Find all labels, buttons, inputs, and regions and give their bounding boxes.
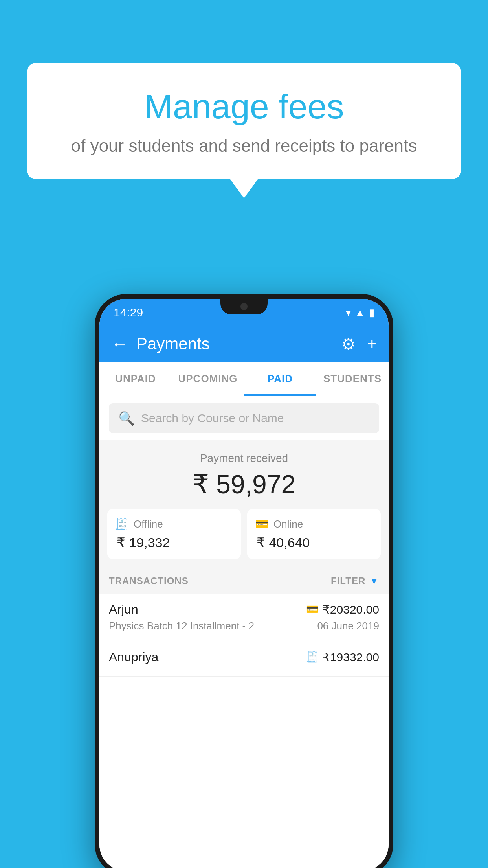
- transaction-top: Arjun 💳 ₹20320.00: [109, 602, 379, 617]
- phone-screen: 14:29 ▾ ▲ ▮ ← Payments ⚙ + UNPAID: [99, 299, 389, 868]
- online-label: Online: [273, 518, 303, 530]
- status-icons: ▾ ▲ ▮: [346, 307, 374, 319]
- offline-label: Offline: [134, 518, 163, 530]
- transaction-list: Arjun 💳 ₹20320.00 Physics Batch 12 Insta…: [99, 594, 389, 868]
- tab-upcoming[interactable]: UPCOMING: [172, 362, 244, 396]
- table-row[interactable]: Anupriya 🧾 ₹19332.00: [99, 641, 389, 677]
- tab-paid[interactable]: PAID: [244, 362, 316, 396]
- settings-button[interactable]: ⚙: [341, 335, 356, 354]
- online-payment-icon: 💳: [306, 603, 319, 616]
- transaction-course: Physics Batch 12 Installment - 2: [109, 620, 254, 632]
- tab-unpaid[interactable]: UNPAID: [99, 362, 172, 396]
- transaction-name: Anupriya: [109, 650, 158, 664]
- offline-card-header: 🧾 Offline: [115, 518, 233, 531]
- bubble-subtitle: of your students and send receipts to pa…: [58, 136, 430, 156]
- online-card-header: 💳 Online: [255, 518, 373, 531]
- filter-label: FILTER: [331, 576, 365, 587]
- tabs-bar: UNPAID UPCOMING PAID STUDENTS: [99, 362, 389, 396]
- online-card: 💳 Online ₹ 40,640: [247, 509, 381, 559]
- search-box[interactable]: 🔍 Search by Course or Name: [109, 403, 379, 433]
- payment-summary: Payment received ₹ 59,972 🧾 Offline ₹ 19…: [99, 440, 389, 568]
- signal-icon: ▲: [355, 307, 365, 319]
- app-bar-title: Payments: [136, 335, 341, 353]
- transactions-label: TRANSACTIONS: [109, 576, 189, 587]
- table-row[interactable]: Arjun 💳 ₹20320.00 Physics Batch 12 Insta…: [99, 594, 389, 641]
- search-container: 🔍 Search by Course or Name: [99, 396, 389, 440]
- transaction-amount-wrap: 💳 ₹20320.00: [306, 603, 379, 616]
- bubble-title: Manage fees: [58, 86, 430, 127]
- transaction-amount: ₹20320.00: [323, 603, 379, 616]
- online-amount: ₹ 40,640: [255, 535, 373, 550]
- transaction-date: 06 June 2019: [317, 620, 379, 632]
- transaction-amount: ₹19332.00: [323, 650, 379, 664]
- offline-icon: 🧾: [115, 518, 129, 531]
- search-input[interactable]: Search by Course or Name: [141, 412, 284, 425]
- battery-icon: ▮: [369, 307, 374, 319]
- payment-cards: 🧾 Offline ₹ 19,332 💳 Online ₹ 40,640: [107, 509, 381, 559]
- phone-notch: [220, 299, 268, 314]
- app-bar: ← Payments ⚙ +: [99, 326, 389, 362]
- back-button[interactable]: ←: [111, 334, 128, 354]
- wifi-icon: ▾: [346, 307, 351, 319]
- transaction-amount-wrap: 🧾 ₹19332.00: [306, 650, 379, 664]
- filter-button[interactable]: FILTER ▼: [331, 576, 379, 587]
- speech-bubble: Manage fees of your students and send re…: [27, 63, 461, 179]
- filter-icon: ▼: [369, 576, 379, 587]
- status-bar: 14:29 ▾ ▲ ▮: [99, 299, 389, 326]
- transaction-name: Arjun: [109, 602, 138, 617]
- transaction-bottom: Physics Batch 12 Installment - 2 06 June…: [109, 620, 379, 632]
- payment-total-amount: ₹ 59,972: [107, 469, 381, 500]
- camera: [240, 303, 248, 310]
- app-bar-actions: ⚙ +: [341, 335, 377, 354]
- offline-amount: ₹ 19,332: [115, 535, 233, 550]
- online-icon: 💳: [255, 518, 269, 531]
- payment-received-label: Payment received: [107, 452, 381, 465]
- search-icon: 🔍: [118, 410, 135, 426]
- tab-students[interactable]: STUDENTS: [316, 362, 389, 396]
- transactions-header: TRANSACTIONS FILTER ▼: [99, 568, 389, 594]
- add-button[interactable]: +: [367, 335, 377, 353]
- transaction-top: Anupriya 🧾 ₹19332.00: [109, 650, 379, 664]
- phone-frame: 14:29 ▾ ▲ ▮ ← Payments ⚙ + UNPAID: [95, 294, 393, 868]
- offline-card: 🧾 Offline ₹ 19,332: [107, 509, 241, 559]
- status-time: 14:29: [114, 306, 143, 319]
- promo-card: Manage fees of your students and send re…: [27, 63, 461, 179]
- offline-payment-icon: 🧾: [306, 651, 319, 663]
